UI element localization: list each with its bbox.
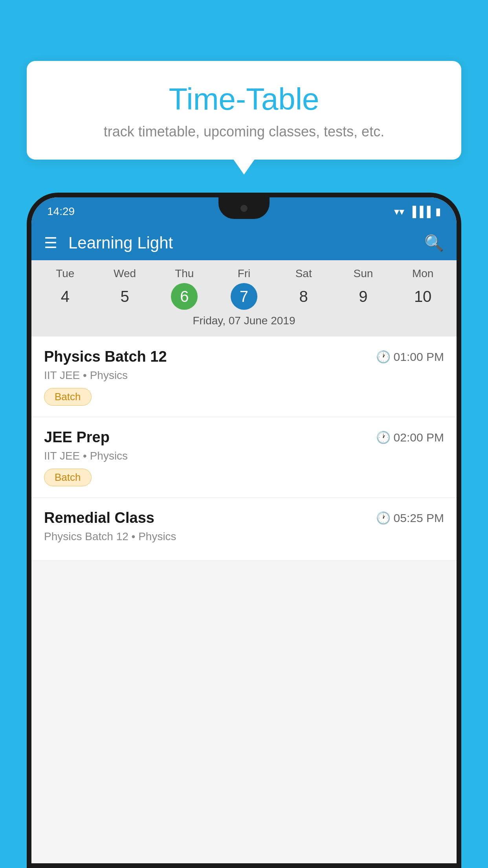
- notch: [218, 197, 270, 219]
- schedule-item-header: Physics Batch 12 🕐 01:00 PM: [44, 348, 444, 365]
- day-num-4[interactable]: 4: [52, 283, 79, 310]
- schedule-item-time-2: 🕐 02:00 PM: [376, 430, 444, 444]
- day-labels-row: Tue Wed Thu Fri Sat Sun Mon: [31, 267, 457, 280]
- day-numbers-row: 4 5 6 7 8 9 10: [31, 283, 457, 310]
- signal-icon: ▐▐▐: [409, 206, 431, 218]
- app-bar: ☰ Learning Light 🔍: [31, 226, 457, 260]
- battery-icon: ▮: [435, 206, 441, 218]
- calendar-strip: Tue Wed Thu Fri Sat Sun Mon 4 5 6 7 8 9 …: [31, 260, 457, 337]
- search-icon[interactable]: 🔍: [424, 234, 444, 252]
- schedule-item-meta-3: Physics Batch 12 • Physics: [44, 530, 444, 543]
- camera-dot: [240, 205, 248, 212]
- phone-frame: 14:29 ▾▾ ▐▐▐ ▮ ☰ Learning Light 🔍 Tue: [27, 193, 461, 868]
- day-label-wed: Wed: [95, 267, 155, 280]
- schedule-item-header-3: Remedial Class 🕐 05:25 PM: [44, 509, 444, 526]
- day-num-10[interactable]: 10: [409, 283, 436, 310]
- schedule-list: Physics Batch 12 🕐 01:00 PM IIT JEE • Ph…: [31, 337, 457, 561]
- schedule-item-remedial[interactable]: Remedial Class 🕐 05:25 PM Physics Batch …: [31, 498, 457, 561]
- day-num-9[interactable]: 9: [350, 283, 376, 310]
- clock-icon: 🕐: [376, 350, 391, 364]
- day-label-mon: Mon: [393, 267, 453, 280]
- tooltip-title: Time-Table: [50, 83, 438, 116]
- day-label-tue: Tue: [35, 267, 95, 280]
- day-num-8[interactable]: 8: [290, 283, 317, 310]
- schedule-item-header-2: JEE Prep 🕐 02:00 PM: [44, 429, 444, 446]
- day-label-sun: Sun: [334, 267, 393, 280]
- batch-badge-2: Batch: [44, 469, 92, 486]
- day-label-sat: Sat: [274, 267, 334, 280]
- schedule-item-meta-2: IIT JEE • Physics: [44, 450, 444, 462]
- day-label-thu: Thu: [154, 267, 214, 280]
- phone-inner: 14:29 ▾▾ ▐▐▐ ▮ ☰ Learning Light 🔍 Tue: [31, 197, 457, 863]
- schedule-item-jee-prep[interactable]: JEE Prep 🕐 02:00 PM IIT JEE • Physics Ba…: [31, 417, 457, 498]
- hamburger-menu-icon[interactable]: ☰: [44, 234, 57, 252]
- schedule-item-name-3: Remedial Class: [44, 509, 154, 526]
- schedule-item-name: Physics Batch 12: [44, 348, 167, 365]
- batch-badge: Batch: [44, 388, 92, 406]
- schedule-item-time: 🕐 01:00 PM: [376, 350, 444, 364]
- day-num-6-today[interactable]: 6: [171, 283, 198, 310]
- schedule-item-time-3: 🕐 05:25 PM: [376, 511, 444, 525]
- tooltip-subtitle: track timetable, upcoming classes, tests…: [50, 123, 438, 140]
- selected-date-label: Friday, 07 June 2019: [31, 310, 457, 333]
- status-icons: ▾▾ ▐▐▐ ▮: [394, 206, 441, 218]
- tooltip-card: Time-Table track timetable, upcoming cla…: [27, 61, 461, 160]
- day-num-7-selected[interactable]: 7: [231, 283, 257, 310]
- status-bar: 14:29 ▾▾ ▐▐▐ ▮: [31, 197, 457, 226]
- app-title: Learning Light: [68, 234, 424, 252]
- schedule-item-name-2: JEE Prep: [44, 429, 110, 446]
- day-label-fri: Fri: [214, 267, 274, 280]
- schedule-item-physics-batch[interactable]: Physics Batch 12 🕐 01:00 PM IIT JEE • Ph…: [31, 337, 457, 417]
- clock-icon-2: 🕐: [376, 430, 391, 444]
- schedule-item-meta: IIT JEE • Physics: [44, 369, 444, 382]
- wifi-icon: ▾▾: [394, 206, 404, 218]
- clock-icon-3: 🕐: [376, 511, 391, 525]
- status-time: 14:29: [47, 205, 75, 218]
- day-num-5[interactable]: 5: [112, 283, 138, 310]
